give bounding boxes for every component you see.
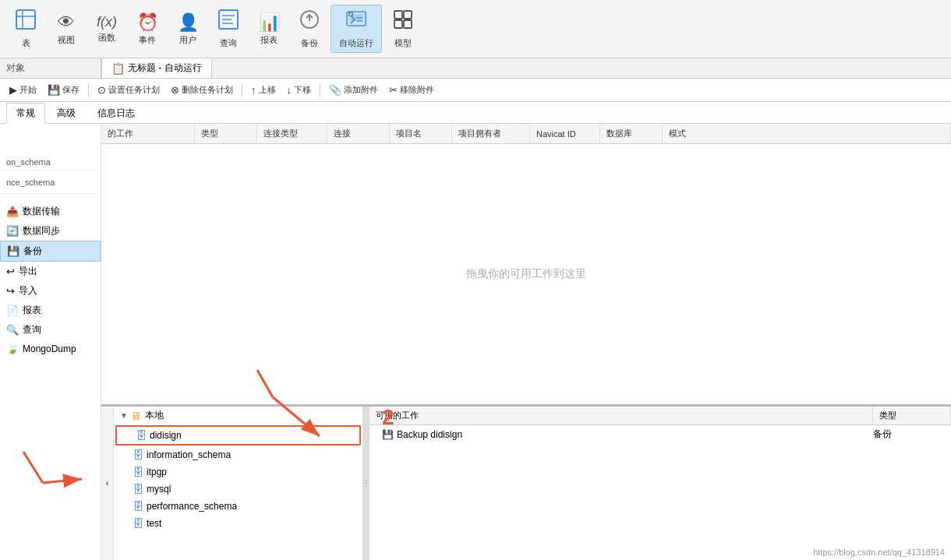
toolbar-autorun[interactable]: 自动运行 bbox=[331, 5, 382, 53]
col-work: 的工作 bbox=[101, 124, 195, 143]
tree-node-mysql[interactable]: 🗄 mysql bbox=[114, 481, 362, 498]
save-button[interactable]: 💾 保存 bbox=[43, 83, 84, 97]
save-label: 保存 bbox=[62, 84, 80, 96]
jobs-name-label: Backup didisign bbox=[397, 429, 462, 440]
backup-icon bbox=[299, 9, 320, 36]
sidebar-item-import[interactable]: ↪导入 bbox=[0, 281, 101, 301]
move-up-icon: ↑ bbox=[251, 84, 256, 96]
tab-info-log[interactable]: 信息日志 bbox=[87, 103, 145, 123]
scroll-left-button[interactable]: ‹ bbox=[101, 407, 114, 560]
col-db: 数据库 bbox=[600, 124, 663, 143]
delete-schedule-icon: ⊗ bbox=[171, 84, 179, 96]
tree-root-label: 本地 bbox=[145, 409, 164, 422]
root-expand-icon: ▼ bbox=[120, 411, 128, 420]
remove-attachment-icon: ✂ bbox=[389, 84, 398, 96]
model-icon bbox=[392, 9, 414, 36]
view-icon: 👁 bbox=[58, 12, 75, 33]
toolbar-function-label: 函数 bbox=[98, 32, 115, 44]
left-sidebar: on_schema nce_schema 📤数据传输🔄数据同步💾备份↩导出↪导入… bbox=[0, 124, 101, 560]
sidebar-item-data-transfer[interactable]: 📤数据传输 bbox=[0, 202, 101, 221]
move-up-label: 上移 bbox=[259, 84, 276, 96]
start-button[interactable]: ▶ 开始 bbox=[5, 83, 41, 97]
col-owner: 项目拥有者 bbox=[452, 124, 530, 143]
toolbar-event-label: 事件 bbox=[139, 34, 156, 46]
remove-attachment-button[interactable]: ✂ 移除附件 bbox=[384, 83, 439, 97]
jobs-icon: 💾 bbox=[382, 429, 394, 440]
sidebar-item-report[interactable]: 📄报表 bbox=[0, 301, 101, 320]
delete-schedule-label: 删除任务计划 bbox=[182, 84, 233, 96]
delete-schedule-button[interactable]: ⊗ 删除任务计划 bbox=[166, 83, 238, 97]
title-bar: 对象 📋 无标题 - 自动运行 bbox=[0, 58, 951, 79]
watermark: https://blog.csdn.net/qq_41318914 bbox=[813, 548, 945, 557]
toolbar-function[interactable]: f(x) 函数 bbox=[87, 11, 126, 47]
sidebar-item-data-sync[interactable]: 🔄数据同步 bbox=[0, 221, 101, 241]
db-icon-mysql: 🗄 bbox=[133, 483, 143, 495]
jobs-rows-container: 💾 Backup didisign 备份 bbox=[369, 425, 951, 443]
tree-node-didisign[interactable]: 🗄 didisign bbox=[115, 425, 361, 446]
toolbar-query[interactable]: 查询 bbox=[209, 5, 248, 52]
move-down-button[interactable]: ↓ 下移 bbox=[282, 83, 316, 97]
title-tab[interactable]: 📋 无标题 - 自动运行 bbox=[101, 58, 212, 78]
pane-divider[interactable]: ⋮ bbox=[363, 407, 369, 560]
separator-3 bbox=[320, 83, 320, 97]
report-icon: 📊 bbox=[259, 12, 280, 33]
sidebar-item-export[interactable]: ↩导出 bbox=[0, 262, 101, 281]
table-icon bbox=[15, 9, 37, 36]
autorun-tab-icon: 📋 bbox=[111, 62, 125, 75]
col-conn: 连接 bbox=[327, 124, 390, 143]
sidebar-item-mongodump[interactable]: 🍃MongoDump bbox=[0, 340, 101, 357]
tree-root[interactable]: ▼ 🖥 本地 bbox=[114, 407, 362, 424]
toolbar-table-label: 表 bbox=[22, 37, 30, 49]
tab-general[interactable]: 常规 bbox=[6, 103, 45, 124]
tree-node-performance_schema[interactable]: 🗄 performance_schema bbox=[114, 498, 362, 515]
separator-2 bbox=[242, 83, 242, 97]
toolbar-view[interactable]: 👁 视图 bbox=[47, 9, 86, 49]
sidebar-items-container: 📤数据传输🔄数据同步💾备份↩导出↪导入📄报表🔍查询🍃MongoDump bbox=[0, 202, 101, 357]
db-icon-performance_schema: 🗄 bbox=[133, 500, 143, 512]
sidebar-item-query[interactable]: 🔍查询 bbox=[0, 320, 101, 340]
sidebar-icon-data-sync: 🔄 bbox=[6, 225, 19, 237]
toolbar-user[interactable]: 👤 用户 bbox=[168, 9, 207, 49]
sidebar-label-mongodump: MongoDump bbox=[23, 343, 76, 354]
remove-attachment-label: 移除附件 bbox=[400, 84, 434, 96]
set-schedule-button[interactable]: ⊙ 设置任务计划 bbox=[93, 83, 164, 97]
sidebar-label-import: 导入 bbox=[19, 284, 37, 298]
col-navicat-id: Navicat ID bbox=[530, 124, 600, 143]
svg-rect-16 bbox=[404, 20, 412, 28]
tree-label-performance_schema: performance_schema bbox=[147, 501, 237, 512]
toolbar-report[interactable]: 📊 报表 bbox=[249, 9, 288, 49]
user-icon: 👤 bbox=[178, 12, 199, 33]
sidebar-icon-mongodump: 🍃 bbox=[6, 343, 19, 354]
toolbar-table[interactable]: 表 bbox=[6, 5, 45, 52]
drop-hint: 拖曳你的可用工作到这里 bbox=[466, 267, 586, 281]
sidebar-item-backup[interactable]: 💾备份 bbox=[0, 241, 101, 262]
tab-advanced[interactable]: 高级 bbox=[47, 103, 86, 123]
toolbar-model[interactable]: 模型 bbox=[384, 5, 422, 52]
col-type: 类型 bbox=[195, 124, 257, 143]
tree-node-information_schema[interactable]: 🗄 information_schema bbox=[114, 446, 362, 463]
tree-node-test[interactable]: 🗄 test bbox=[114, 515, 362, 532]
jobs-cell-type: 备份 bbox=[867, 428, 945, 441]
col-schema: 模式 bbox=[663, 124, 951, 143]
title-tab-label: 无标题 - 自动运行 bbox=[128, 62, 202, 75]
tree-node-itpgp[interactable]: 🗄 itpgp bbox=[114, 463, 362, 481]
add-attachment-button[interactable]: 📎 添加附件 bbox=[324, 83, 383, 97]
svg-rect-15 bbox=[394, 20, 402, 28]
schema2-label: nce_schema bbox=[6, 178, 55, 187]
svg-rect-0 bbox=[16, 10, 35, 29]
jobs-row-backup-didisign[interactable]: 💾 Backup didisign 备份 bbox=[369, 425, 951, 443]
sidebar-gap bbox=[0, 194, 101, 202]
move-up-button[interactable]: ↑ 上移 bbox=[246, 83, 281, 97]
toolbar-backup[interactable]: 备份 bbox=[290, 5, 329, 52]
main-area: on_schema nce_schema 📤数据传输🔄数据同步💾备份↩导出↪导入… bbox=[0, 124, 951, 560]
toolbar-event[interactable]: ⏰ 事件 bbox=[128, 9, 167, 49]
move-down-label: 下移 bbox=[294, 84, 311, 96]
schema1-label: on_schema bbox=[6, 157, 51, 167]
sidebar-label-export: 导出 bbox=[19, 265, 37, 278]
tree-label-itpgp: itpgp bbox=[147, 467, 167, 477]
toolbar: 表 👁 视图 f(x) 函数 ⏰ 事件 👤 用户 查询 📊 报表 bbox=[0, 0, 951, 58]
sidebar-label-report: 报表 bbox=[23, 304, 41, 317]
move-down-icon: ↓ bbox=[287, 84, 292, 96]
set-schedule-label: 设置任务计划 bbox=[108, 84, 160, 96]
sidebar-icon-query: 🔍 bbox=[6, 324, 19, 336]
